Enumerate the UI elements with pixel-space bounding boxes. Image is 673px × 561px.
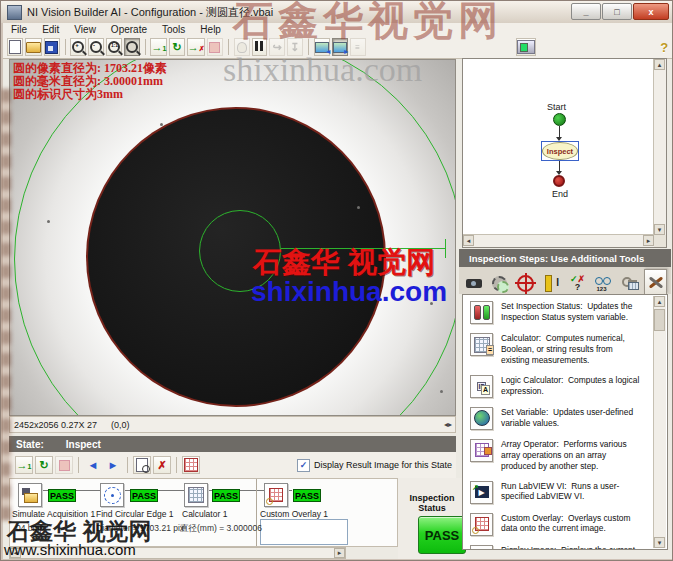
tool-item-run-labview-vi[interactable]: ▶↗ Run LabVIEW VI: Runs a user-specified… — [470, 481, 649, 504]
step-find-circular-edge[interactable] — [100, 483, 124, 507]
scrollbar-thumb[interactable] — [654, 309, 665, 331]
run-inspection-once-button[interactable]: →1 — [150, 38, 167, 56]
image-speck — [47, 220, 50, 223]
tab-enhance-images[interactable] — [488, 272, 511, 294]
stop-state-button[interactable] — [55, 456, 73, 474]
toolbar-separator — [127, 457, 128, 473]
inspect-state-node[interactable]: Inspect — [541, 141, 579, 161]
tools-palette-header: Inspection Steps: Use Additional Tools — [459, 249, 671, 267]
new-file-button[interactable] — [7, 38, 23, 56]
minimize-button[interactable]: _ — [571, 3, 601, 20]
maximize-button[interactable]: □ — [602, 3, 632, 20]
image-resolution-zoom: 2452x2056 0.27X 27 — [14, 420, 97, 430]
zoom-out-button[interactable]: - — [88, 38, 104, 56]
step-simulate-acquisition[interactable] — [18, 483, 42, 507]
step-calculator[interactable] — [184, 483, 208, 507]
start-node-label: Start — [547, 102, 566, 112]
state-header-bar: State: Inspect — [9, 436, 456, 452]
tool-item-set-inspection-status[interactable]: Set Inspection Status: Updates the Inspe… — [470, 301, 649, 324]
start-node[interactable] — [553, 113, 566, 126]
tab-identify-parts[interactable]: 123 — [592, 272, 615, 294]
run-state-loop-icon: ↻ — [39, 460, 48, 471]
scroll-up-icon[interactable]: ▴ — [654, 59, 665, 70]
steps-scrollbar[interactable]: ◂ ▸ — [9, 547, 346, 559]
tool-item-display-image[interactable]: Display Image: Displays the current imag… — [470, 545, 649, 550]
state-diagram-canvas[interactable]: Start Inspect End ▴ ▾ ◂ ▸ — [462, 58, 667, 248]
menu-operate[interactable]: Operate — [111, 24, 147, 35]
scroll-right-icon[interactable]: ▸ — [643, 235, 654, 246]
stop-inspection-button[interactable] — [207, 38, 223, 56]
scroll-left-icon[interactable]: ◂ — [10, 548, 21, 558]
diagram-hscrollbar[interactable]: ◂ ▸ — [463, 234, 654, 247]
run-state-once-icon: →1 — [17, 460, 32, 471]
display-result-checkbox[interactable] — [297, 459, 310, 472]
steps-canvas[interactable]: PASS Simulate Acquisition 1 04.bmp PASS … — [9, 478, 398, 547]
scroll-up-icon[interactable]: ▴ — [654, 296, 665, 307]
step-custom-overlay[interactable] — [264, 483, 288, 507]
pass-fail-decision-icon: ✓✗? — [569, 275, 587, 291]
tab-use-additional-tools[interactable] — [644, 269, 667, 294]
scroll-down-icon[interactable]: ▾ — [654, 537, 665, 548]
step-sub-label: 直径(mm) = 3.000006 — [180, 523, 262, 535]
display-image-icon — [470, 545, 493, 550]
crosshair-target-icon — [517, 275, 534, 292]
tool-item-calculator[interactable]: = Calculator: Computes numerical, Boolea… — [470, 333, 649, 366]
image-display-area[interactable]: 圆的像素直径为: 1703.21像素圆的毫米直径为: 3.00001mm圆的标识… — [9, 59, 456, 416]
run-until-failure-button[interactable]: →✗ — [187, 38, 205, 56]
pause-button[interactable] — [252, 38, 268, 56]
title-bar[interactable]: NI Vision Builder AI - Configuration - 测… — [1, 1, 673, 23]
tab-check-presence[interactable]: ✓✗? — [566, 272, 589, 294]
step-into-button[interactable]: ↧ — [287, 38, 303, 56]
close-button[interactable]: x — [633, 3, 669, 20]
delete-step-button[interactable]: ✗ — [153, 456, 171, 474]
back-arrow-icon: ◄ — [88, 460, 99, 471]
tab-measure-features[interactable] — [540, 272, 563, 294]
ruler-icon: ≡ — [355, 43, 360, 52]
end-node[interactable] — [553, 175, 565, 187]
menu-view[interactable]: View — [74, 24, 96, 35]
highlight-button[interactable] — [234, 38, 250, 56]
menu-help[interactable]: Help — [200, 24, 221, 35]
selected-step-box — [260, 519, 348, 545]
scroll-right-icon[interactable]: ▸ — [334, 548, 345, 558]
overlay-grid-icon — [184, 458, 198, 472]
image-hscroll-arrow-icon[interactable]: ◂▸ — [444, 421, 452, 429]
run-state-loop-button[interactable]: ↻ — [35, 456, 53, 474]
tab-communicate[interactable] — [618, 272, 641, 294]
tools-list-scrollbar[interactable]: ▴ ▾ — [653, 296, 666, 548]
zoom-to-fit-button[interactable] — [124, 38, 140, 56]
menu-edit[interactable]: Edit — [42, 24, 59, 35]
previous-step-button[interactable]: ◄ — [84, 456, 102, 474]
display-result-option[interactable]: Display Result Image for this State — [297, 459, 452, 472]
edit-overlay-button[interactable] — [182, 456, 200, 474]
tool-item-set-variable[interactable]: Set Variable: Updates user-defined varia… — [470, 407, 649, 430]
previous-image-button[interactable]: ◄ — [314, 38, 330, 56]
tool-item-logic-calculator[interactable]: IFA Logic Calculator: Computes a logical… — [470, 375, 649, 398]
help-button[interactable]: ? — [656, 38, 672, 56]
open-file-button[interactable] — [25, 38, 42, 56]
inspection-status-panel: Inspection Status PASS — [398, 478, 466, 559]
zoom-in-button[interactable]: + — [70, 38, 86, 56]
view-step-details-button[interactable] — [133, 456, 151, 474]
step-result-badge: PASS — [48, 489, 76, 502]
save-file-button[interactable] — [44, 38, 60, 56]
scroll-down-icon[interactable]: ▾ — [654, 224, 665, 235]
measurement-tool-button[interactable]: ≡ — [350, 38, 366, 56]
scroll-left-icon[interactable]: ◂ — [463, 235, 474, 246]
tool-item-array-operator[interactable]: Array Operator: Performs various array o… — [470, 439, 649, 472]
menu-tools[interactable]: Tools — [162, 24, 185, 35]
run-inspection-loop-button[interactable]: ↻ — [169, 38, 185, 56]
next-image-button[interactable]: ► — [332, 38, 348, 56]
save-icon — [45, 41, 58, 54]
diagram-vscrollbar[interactable]: ▴ ▾ — [653, 59, 666, 235]
tool-item-custom-overlay[interactable]: Custom Overlay: Overlays custom data ont… — [470, 513, 649, 536]
zoom-one-to-one-button[interactable]: 1:1 — [106, 38, 122, 56]
glasses-123-icon: 123 — [595, 276, 613, 290]
tab-locate-features[interactable] — [514, 272, 537, 294]
step-over-button[interactable]: ↪ — [269, 38, 285, 56]
switch-view-button[interactable] — [516, 38, 537, 56]
next-step-button[interactable]: ► — [104, 456, 122, 474]
tab-acquire-images[interactable] — [462, 272, 485, 294]
run-state-once-button[interactable]: →1 — [15, 456, 33, 474]
menu-file[interactable]: File — [11, 24, 27, 35]
